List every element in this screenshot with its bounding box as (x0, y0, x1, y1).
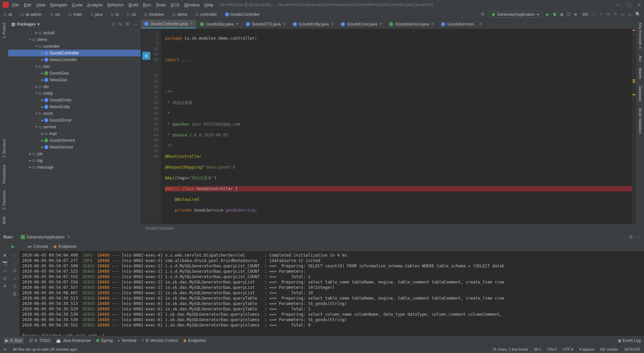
web-tool-button[interactable]: Web (1, 215, 7, 225)
spring-tool-button[interactable]: ⬢Spring (96, 338, 113, 343)
menu-tools[interactable]: Tools (156, 2, 166, 7)
tree-node-entity[interactable]: ▼🗀entity (8, 90, 141, 97)
breadcrumb-item[interactable]: 🗀sk (3, 12, 12, 17)
tree-node-activiti[interactable]: ▶🗀activiti (8, 30, 141, 36)
menu-analyze[interactable]: Analyze (87, 2, 103, 7)
assist-icon[interactable]: ◎ (142, 52, 150, 60)
close-icon[interactable]: ✕ (236, 22, 239, 26)
expand-icon[interactable]: ⇆ (118, 21, 122, 27)
clear-icon[interactable]: 🗑 (12, 291, 17, 296)
tree-node-goodsservice[interactable]: ▶GoodsService (8, 137, 141, 144)
debug-icon[interactable]: ⬢ (553, 12, 556, 17)
menu-file[interactable]: File (12, 2, 19, 7)
menu-refactor[interactable]: Refactor (107, 2, 124, 7)
stop-icon[interactable]: ■ (4, 253, 6, 258)
close-tab-icon[interactable]: ✕ (67, 235, 70, 239)
editor-tab[interactable]: GoodsDao.java✕ (197, 19, 243, 29)
console-tab[interactable]: ▸▪ Console (28, 244, 48, 249)
status-cursor-pos[interactable]: 39:1 (534, 347, 541, 351)
close-icon[interactable]: ✕ (283, 22, 286, 26)
status-line-separator[interactable]: CRLF (547, 347, 557, 351)
menu-code[interactable]: Code (72, 2, 83, 7)
tree-node-newsservice[interactable]: ▶NewsService (8, 144, 141, 150)
tree-node-newsdao[interactable]: ▶NewsDao (8, 77, 141, 83)
git-revert-icon[interactable]: ↶ (613, 12, 617, 17)
status-indent[interactable]: 4 spaces (579, 347, 594, 351)
tree-node-excel[interactable]: ▼🗀excel (8, 110, 141, 117)
menu-edit[interactable]: Edit (24, 2, 31, 7)
close-icon[interactable]: ✕ (431, 22, 434, 26)
editor-tab[interactable]: GoodsController.java✕ (141, 19, 197, 29)
menu-help[interactable]: Help (204, 2, 213, 7)
tree-node-controller[interactable]: ▼🗀controller (8, 43, 141, 50)
pin-icon[interactable]: ⊟ (3, 276, 7, 281)
event-log-tool-button[interactable]: ◑Event Log (618, 338, 641, 343)
breadcrumb-item[interactable]: 🗀controller (195, 12, 217, 17)
close-icon[interactable]: ✕ (190, 21, 193, 26)
tree-node-goodsentity[interactable]: ▶GoodsEntity (8, 97, 141, 103)
vcs-status[interactable]: All files are up-to-date (20 minutes ago… (13, 347, 77, 351)
profile-icon[interactable]: ☑ (567, 12, 571, 17)
tree-node-message[interactable]: ▶🗀message (8, 164, 141, 171)
run-icon[interactable]: ▶ (546, 12, 549, 17)
tree-node-goodsdao[interactable]: ▶GoodsDao (8, 70, 141, 77)
run-tab[interactable]: GeneratorApplication ✕ (17, 232, 74, 241)
layout-icon[interactable]: ▭ (3, 268, 7, 273)
gear-icon[interactable]: ⚙ (629, 234, 633, 239)
status-git-branch[interactable]: Git: master (600, 347, 618, 351)
rerun-icon[interactable]: ▶ (11, 244, 15, 249)
git-update-icon[interactable]: ✓ (592, 12, 596, 17)
git-push-icon[interactable]: ▭ (621, 12, 625, 17)
version-control-tool-button[interactable]: ⑂9: Version Control (142, 338, 178, 343)
menu-vcs[interactable]: VCS (170, 2, 179, 7)
console-output[interactable]: 2020-06-05 09:54:04.498 INFO 18488 --- [… (19, 251, 644, 336)
tree-node-newsentity[interactable]: ▶NewsEntity (8, 103, 141, 110)
locate-icon[interactable]: ⊙ (111, 21, 115, 27)
menu-view[interactable]: View (36, 2, 45, 7)
wrap-icon[interactable]: ⇄ (13, 268, 16, 273)
breadcrumb-item[interactable]: 🗀src (50, 12, 60, 17)
minimize-panel-icon[interactable]: — (133, 21, 137, 27)
run-configuration-select[interactable]: ⬢ GeneratorApplication ▾ (488, 11, 543, 18)
endpoints-tool-button[interactable]: ◉Endpoints (183, 338, 206, 343)
structure-tool-button[interactable]: 7: Structure (1, 137, 7, 159)
git-compare-icon[interactable]: ▭ (628, 12, 632, 17)
ant-tool-button[interactable]: Ant (638, 54, 643, 63)
editor-marker-strip[interactable] (632, 29, 636, 224)
code-area[interactable]: package io.sk.modules.demo.controller; i… (161, 29, 632, 224)
menu-navigate[interactable]: Navigate (50, 2, 67, 7)
menu-run[interactable]: Run (143, 2, 151, 7)
menu-window[interactable]: Window (184, 2, 200, 7)
chevron-down-icon[interactable]: ▾ (38, 22, 40, 27)
status-icon[interactable]: ▭ (3, 347, 7, 351)
breadcrumb-item[interactable]: 🗀sk (127, 12, 136, 17)
tree-node-job[interactable]: ▶🗀job (8, 150, 141, 157)
editor-tab[interactable]: GoodsEntity.java✕ (289, 19, 338, 29)
up-icon[interactable]: ↑ (13, 253, 16, 258)
editor-tab[interactable]: GoodsServiceI...✕ (438, 19, 486, 29)
tree-node-dao[interactable]: ▼🗀dao (8, 63, 141, 70)
minimize-panel-icon[interactable]: — (636, 234, 641, 239)
tree-node-demo[interactable]: ▼🗀demo (8, 36, 141, 43)
tree-node-dto[interactable]: ▶🗀dto (8, 83, 141, 90)
breadcrumb-item[interactable]: 🗀java (90, 12, 103, 17)
packages-tree[interactable]: ▶🗀activiti▼🗀demo▼🗀controller▶GoodsContro… (8, 29, 141, 232)
breadcrumb-item[interactable]: 🗀modules (144, 12, 164, 17)
more-icon[interactable]: ★ (3, 283, 7, 289)
endpoints-tab[interactable]: ◉ Endpoints (53, 244, 76, 249)
editor-tab[interactable]: GoodsExcel.java✕ (337, 19, 386, 29)
persistence-tool-button[interactable]: Persistence (1, 163, 7, 185)
editor-tab[interactable]: GoodsService.java✕ (386, 19, 438, 29)
bean-validation-tool-button[interactable]: Bean Validation (638, 107, 643, 135)
tree-node-service[interactable]: ▼🗀service (8, 124, 141, 130)
close-icon[interactable]: ✕ (331, 22, 334, 26)
coverage-icon[interactable]: ◉ (560, 12, 564, 17)
key-promoter-tool-button[interactable]: Key Promoter X (638, 21, 643, 50)
gear-icon[interactable]: ⚙ (125, 21, 129, 27)
breadcrumb-item[interactable]: GoodsController (225, 12, 260, 17)
java-enterprise-tool-button[interactable]: ☕Java Enterprise (56, 338, 91, 343)
minimize-icon[interactable]: — (616, 2, 621, 7)
terminal-tool-button[interactable]: ▪Terminal (118, 338, 137, 343)
tree-node-impl[interactable]: ▶🗀impl (8, 130, 141, 137)
down-icon[interactable]: ↓ (13, 260, 16, 265)
